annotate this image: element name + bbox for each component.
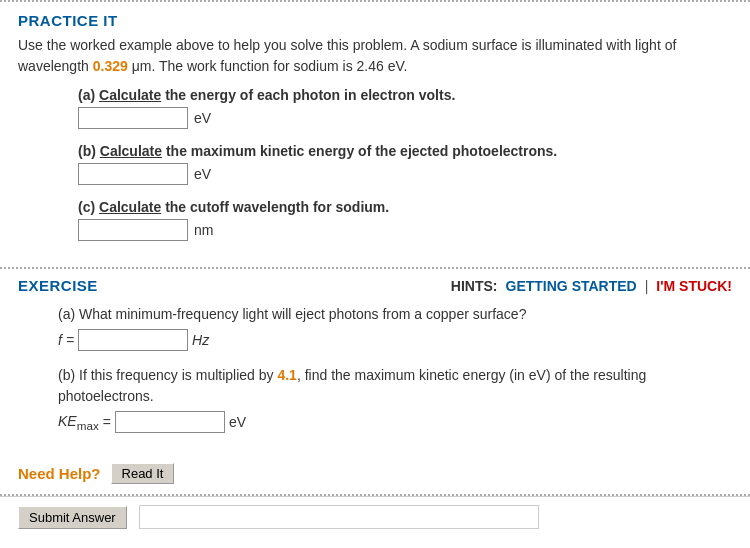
exercise-part-b-unit: eV <box>229 414 246 430</box>
practice-description: Use the worked example above to help you… <box>18 35 732 77</box>
practice-part-c: (c) Calculate the cutoff wavelength for … <box>78 199 732 241</box>
exercise-part-a: (a) What minimum-frequency light will ej… <box>58 304 732 351</box>
multiplier-value: 4.1 <box>277 367 296 383</box>
ke-subscript: max <box>77 418 99 431</box>
practice-part-b: (b) Calculate the maximum kinetic energy… <box>78 143 732 185</box>
wavelength-value: 0.329 <box>93 58 128 74</box>
part-c-unit: nm <box>194 222 213 238</box>
part-c-label: (c) Calculate the cutoff wavelength for … <box>78 199 732 215</box>
separator: | <box>645 278 649 294</box>
submit-button[interactable]: Submit Answer <box>18 506 127 529</box>
part-b-unit: eV <box>194 166 211 182</box>
part-a-label: (a) Calculate the energy of each photon … <box>78 87 732 103</box>
need-help-label: Need Help? <box>18 465 101 482</box>
exercise-part-a-input[interactable] <box>78 329 188 351</box>
submit-input-area <box>139 505 539 529</box>
part-b-input[interactable] <box>78 163 188 185</box>
getting-started-link[interactable]: GETTING STARTED <box>506 278 637 294</box>
part-c-input[interactable] <box>78 219 188 241</box>
exercise-part-b-text: (b) If this frequency is multiplied by 4… <box>58 365 732 407</box>
exercise-title: EXERCISE <box>18 277 98 294</box>
f-symbol: f <box>58 332 62 348</box>
hints-area: HINTS: GETTING STARTED | I'M STUCK! <box>451 278 732 294</box>
part-a-unit: eV <box>194 110 211 126</box>
im-stuck-link[interactable]: I'M STUCK! <box>656 278 732 294</box>
exercise-part-b: (b) If this frequency is multiplied by 4… <box>58 365 732 433</box>
hints-label: HINTS: <box>451 278 498 294</box>
equals-b: = <box>103 414 111 430</box>
need-help-row: Need Help? Read It <box>0 457 750 494</box>
exercise-part-b-input[interactable] <box>115 411 225 433</box>
read-it-button[interactable]: Read It <box>111 463 175 484</box>
exercise-part-a-text: (a) What minimum-frequency light will ej… <box>58 304 732 325</box>
ke-symbol: KEmax <box>58 413 99 432</box>
exercise-part-a-unit: Hz <box>192 332 209 348</box>
practice-part-a: (a) Calculate the energy of each photon … <box>78 87 732 129</box>
part-a-input[interactable] <box>78 107 188 129</box>
part-b-label: (b) Calculate the maximum kinetic energy… <box>78 143 732 159</box>
equals-a: = <box>66 332 74 348</box>
submit-row: Submit Answer <box>0 496 750 537</box>
practice-title: PRACTICE IT <box>18 12 732 29</box>
